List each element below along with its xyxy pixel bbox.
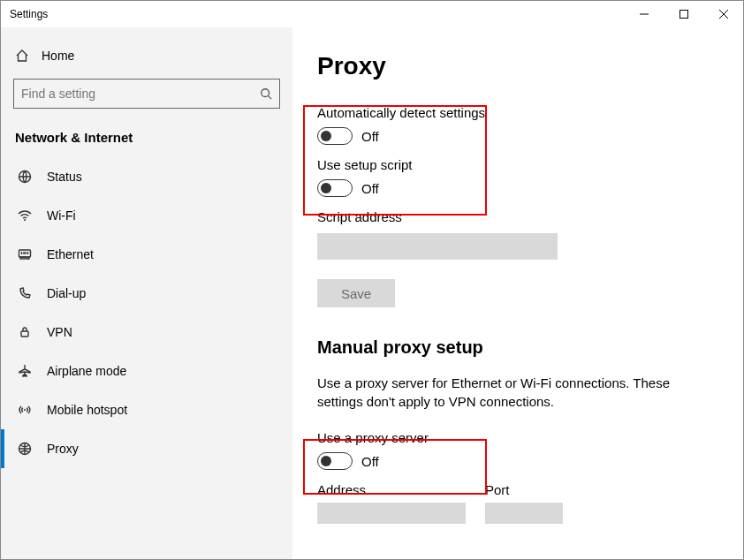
close-button[interactable] xyxy=(703,1,743,27)
home-label: Home xyxy=(42,49,74,63)
nav-label: Dial-up xyxy=(47,286,86,300)
use-proxy-toggle[interactable] xyxy=(317,452,353,470)
nav-label: VPN xyxy=(47,325,72,339)
window-controls xyxy=(624,1,743,27)
nav-list: Status Wi-Fi Ethernet Dial-up VPN xyxy=(10,157,284,468)
dialup-icon xyxy=(17,286,33,300)
page-title: Proxy xyxy=(317,52,711,80)
home-icon xyxy=(15,49,29,63)
sidebar-item-ethernet[interactable]: Ethernet xyxy=(10,235,284,274)
svg-point-15 xyxy=(24,409,26,411)
svg-line-5 xyxy=(269,96,272,100)
status-icon xyxy=(17,170,33,184)
auto-detect-toggle[interactable] xyxy=(317,127,353,145)
sidebar: Home Network & Internet Status Wi-Fi xyxy=(1,27,292,559)
home-nav[interactable]: Home xyxy=(10,40,284,72)
script-address-input xyxy=(317,233,558,260)
window-title: Settings xyxy=(10,8,48,20)
sidebar-item-proxy[interactable]: Proxy xyxy=(10,429,284,468)
highlight-box-1 xyxy=(303,105,487,216)
sidebar-item-wifi[interactable]: Wi-Fi xyxy=(10,196,284,235)
port-label: Port xyxy=(485,482,563,497)
settings-window: Settings Home Netw xyxy=(0,0,744,560)
save-button: Save xyxy=(317,279,395,307)
minimize-button[interactable] xyxy=(624,1,664,27)
sidebar-item-dialup[interactable]: Dial-up xyxy=(10,274,284,313)
maximize-button[interactable] xyxy=(664,1,703,27)
manual-setup-heading: Manual proxy setup xyxy=(317,337,711,358)
nav-label: Proxy xyxy=(47,442,79,456)
search-box[interactable] xyxy=(13,79,280,109)
proxy-icon xyxy=(17,442,33,456)
manual-setup-desc: Use a proxy server for Ethernet or Wi-Fi… xyxy=(317,374,697,411)
nav-label: Wi-Fi xyxy=(47,208,76,223)
sidebar-item-airplane[interactable]: Airplane mode xyxy=(10,352,284,390)
section-title: Network & Internet xyxy=(15,130,278,145)
titlebar: Settings xyxy=(1,1,743,27)
address-input xyxy=(317,503,466,524)
close-icon xyxy=(719,10,728,19)
svg-rect-8 xyxy=(19,250,31,257)
hotspot-icon xyxy=(17,403,33,417)
minimize-icon xyxy=(640,10,649,19)
vpn-icon xyxy=(17,325,33,339)
airplane-icon xyxy=(17,364,33,378)
search-input[interactable] xyxy=(14,87,253,101)
ethernet-icon xyxy=(17,247,33,261)
search-icon xyxy=(253,87,279,100)
nav-label: Airplane mode xyxy=(47,364,126,378)
sidebar-item-hotspot[interactable]: Mobile hotspot xyxy=(10,390,284,429)
svg-point-4 xyxy=(262,89,270,97)
svg-rect-14 xyxy=(21,331,28,337)
main-content: Proxy Automatically detect settings Off … xyxy=(292,27,743,559)
port-input xyxy=(485,503,563,524)
svg-rect-9 xyxy=(20,257,29,259)
nav-label: Mobile hotspot xyxy=(47,403,127,417)
svg-rect-1 xyxy=(679,11,687,19)
wifi-icon xyxy=(17,208,33,223)
use-script-toggle[interactable] xyxy=(317,179,353,197)
sidebar-item-vpn[interactable]: VPN xyxy=(10,313,284,352)
nav-label: Status xyxy=(47,170,82,184)
svg-point-7 xyxy=(24,219,26,221)
nav-label: Ethernet xyxy=(47,247,94,261)
sidebar-item-status[interactable]: Status xyxy=(10,157,284,196)
maximize-icon xyxy=(679,10,688,19)
